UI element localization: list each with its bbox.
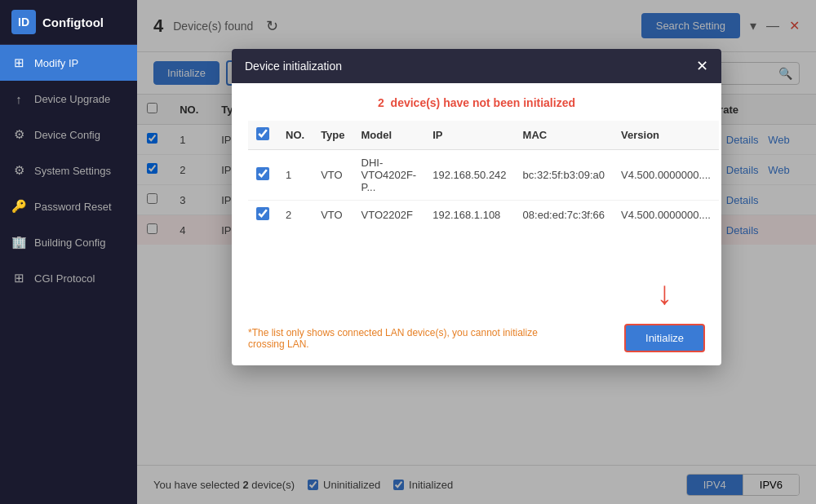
sidebar-item-label: Device Config	[34, 129, 100, 141]
modal-col-type: Type	[313, 121, 353, 150]
main-content: 4 Device(s) found ↻ Search Setting ▾ — ✕…	[137, 0, 816, 504]
sidebar-item-label: Building Config	[34, 237, 105, 249]
modal-subtitle: 2 device(s) have not been initialized	[248, 96, 705, 109]
sidebar-item-system-settings[interactable]: ⚙ System Settings	[0, 153, 137, 188]
logo-icon: ID	[11, 10, 36, 34]
modal-table-row: 2 VTO VTO2202F 192.168.1.108 08:ed:ed:7c…	[248, 201, 719, 230]
sidebar: ID Configtool ⊞ Modify IP ↑ Device Upgra…	[0, 0, 137, 504]
sidebar-item-device-config[interactable]: ⚙ Device Config	[0, 117, 137, 153]
modal-col-model: Model	[353, 121, 425, 150]
sidebar-item-label: CGI Protocol	[34, 272, 95, 285]
modal-row-checkbox[interactable]	[256, 207, 269, 220]
modal-close-button[interactable]: ✕	[696, 59, 708, 73]
building-config-icon: 🏢	[11, 235, 26, 250]
modal-subtitle-text: device(s) have not been initialized	[391, 96, 575, 109]
device-upgrade-icon: ↑	[11, 91, 26, 106]
sidebar-item-label: System Settings	[34, 165, 111, 177]
sidebar-item-cgi-protocol[interactable]: ⊞ CGI Protocol	[0, 260, 137, 296]
sidebar-item-building-config[interactable]: 🏢 Building Config	[0, 224, 137, 260]
device-config-icon: ⚙	[11, 127, 26, 142]
modal-col-version: Version	[613, 121, 719, 150]
password-reset-icon: 🔑	[11, 199, 26, 214]
modal-note: *The list only shows connected LAN devic…	[248, 327, 558, 350]
modal-col-no: NO.	[277, 121, 313, 150]
app-logo: ID Configtool	[0, 0, 137, 45]
modal-title: Device initialization	[245, 60, 342, 73]
sidebar-item-label: Password Reset	[34, 201, 112, 213]
modal-row-checkbox[interactable]	[256, 167, 269, 180]
modal-footer: *The list only shows connected LAN devic…	[232, 316, 721, 365]
modal-col-ip: IP	[424, 121, 514, 150]
sidebar-item-modify-ip[interactable]: ⊞ Modify IP	[0, 45, 137, 81]
sidebar-item-label: Device Upgrade	[34, 93, 110, 105]
modal-body: 2 device(s) have not been initialized NO…	[232, 83, 721, 316]
modify-ip-icon: ⊞	[11, 55, 26, 70]
modal-table-row: 1 VTO DHI-VTO4202F-P... 192.168.50.242 b…	[248, 150, 719, 201]
modal-device-count: 2	[378, 96, 384, 109]
modal-initialize-button[interactable]: Initialize	[624, 324, 705, 352]
sidebar-item-device-upgrade[interactable]: ↑ Device Upgrade	[0, 81, 137, 117]
modal-overlay: Device initialization ✕ 2 device(s) have…	[137, 0, 816, 504]
modal-header: Device initialization ✕	[232, 49, 721, 83]
system-settings-icon: ⚙	[11, 163, 26, 178]
modal-select-all[interactable]	[256, 127, 269, 140]
modal-table: NO. Type Model IP MAC Version 1 VTO	[248, 121, 719, 229]
sidebar-item-password-reset[interactable]: 🔑 Password Reset	[0, 188, 137, 224]
modal-col-checkbox	[248, 121, 277, 150]
modal-col-mac: MAC	[515, 121, 613, 150]
cgi-protocol-icon: ⊞	[11, 271, 26, 285]
sidebar-item-label: Modify IP	[34, 57, 78, 69]
device-initialization-modal: Device initialization ✕ 2 device(s) have…	[232, 49, 721, 365]
app-name: Configtool	[42, 15, 104, 29]
